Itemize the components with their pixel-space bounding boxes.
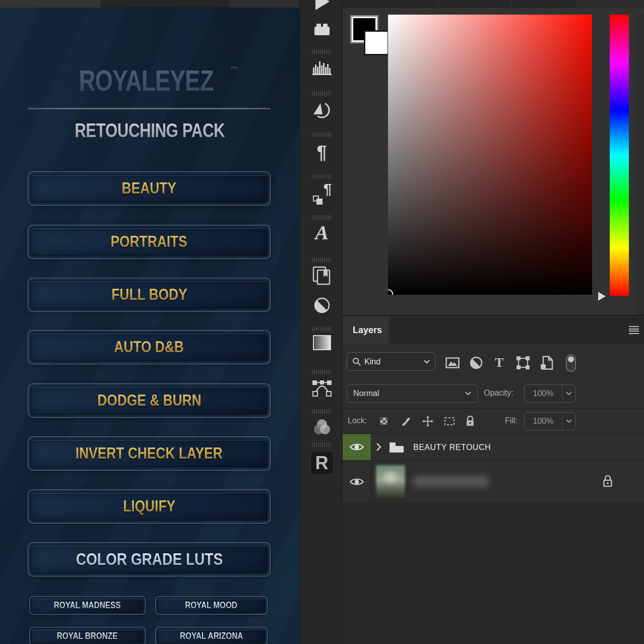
filter-shape-layers-icon[interactable]: [516, 350, 530, 375]
blend-mode-value: Normal: [353, 389, 379, 398]
chevron-down-icon: [566, 419, 572, 423]
liquify-button-label: LIQUIFY: [123, 497, 175, 516]
gradients-panel-icon[interactable]: [300, 335, 343, 351]
play-icon: [312, 0, 332, 10]
visibility-toggle[interactable]: [343, 434, 371, 460]
color-grade-luts-button-face: COLOR GRADE LUTS: [31, 545, 268, 573]
portraits-button-face: PORTRAITS: [31, 228, 268, 256]
gradients-icon: [312, 335, 332, 351]
layers-empty-area: [343, 503, 644, 644]
lock-pixels-icon[interactable]: [401, 409, 411, 433]
dock-gripper[interactable]: [312, 133, 331, 137]
layers-tab[interactable]: Layers: [343, 317, 389, 344]
saturation-brightness-field[interactable]: [388, 15, 592, 295]
dock-gripper[interactable]: [312, 442, 331, 447]
auto-db-button[interactable]: AUTO D&B: [28, 330, 271, 364]
history-panel-icon[interactable]: [300, 101, 343, 120]
pack-subtitle: RETOUCHING PACK: [0, 119, 300, 142]
portraits-button-label: PORTRAITS: [111, 233, 187, 251]
invert-check-layer-button-label: INVERT CHECK LAYER: [76, 444, 223, 463]
filter-adjustment-layers-icon[interactable]: [470, 350, 483, 375]
history-icon: [312, 101, 332, 120]
portraits-button[interactable]: PORTRAITS: [28, 225, 271, 259]
dock-gripper[interactable]: [312, 257, 331, 262]
filter-type-layers-icon[interactable]: T: [495, 350, 503, 375]
paragraph-styles-panel-icon[interactable]: ¶: [300, 182, 343, 205]
invert-check-layer-button[interactable]: INVERT CHECK LAYER: [28, 436, 271, 471]
dock-gripper[interactable]: [312, 91, 331, 96]
dock-gripper[interactable]: [312, 327, 331, 331]
dock-gripper[interactable]: [312, 174, 331, 178]
filter-pixel-layers-icon[interactable]: [445, 350, 460, 375]
royal-mood-face: ROYAL MOOD: [157, 598, 266, 613]
beauty-button[interactable]: BEAUTY: [28, 171, 271, 206]
glyphs-panel-icon[interactable]: A: [300, 223, 343, 243]
eye-icon: [350, 477, 364, 486]
color-grade-luts-label: COLOR GRADE LUTS: [76, 550, 222, 569]
royal-mood-button[interactable]: ROYAL MOOD: [155, 596, 268, 615]
layer-thumbnail[interactable]: [375, 465, 406, 499]
layer-row-beauty-retouch[interactable]: BEAUTY RETOUCH: [343, 434, 644, 461]
fill-input[interactable]: 100%: [524, 412, 575, 430]
liquify-button[interactable]: LIQUIFY: [28, 489, 271, 524]
full-body-button[interactable]: FULL BODY: [28, 278, 271, 312]
left-panel-tab-2[interactable]: [229, 0, 300, 8]
royal-madness-button[interactable]: ROYAL MADNESS: [29, 596, 146, 615]
chevron-down-icon: [465, 392, 471, 396]
layer-row-background[interactable]: [343, 461, 644, 503]
royal-bronze-face: ROYAL BRONZE: [31, 629, 144, 643]
beauty-button-face: BEAUTY: [31, 174, 268, 203]
dock-gripper[interactable]: [312, 370, 331, 374]
royal-arizona-button[interactable]: ROYAL ARIZONA: [155, 627, 268, 644]
lock-transparency-icon[interactable]: [380, 409, 388, 433]
lock-artboard-icon[interactable]: [443, 409, 456, 433]
filter-toggle[interactable]: [566, 350, 576, 375]
background-color-swatch[interactable]: [364, 30, 389, 55]
royal-arizona-face: ROYAL ARIZONA: [157, 629, 266, 643]
folder-icon: [389, 442, 404, 453]
fill-dropdown-button[interactable]: [562, 413, 575, 430]
opacity-label: Opacity:: [484, 389, 513, 398]
paths-icon: [311, 378, 333, 397]
brand-logo: ROYALEYEZ™: [0, 64, 300, 97]
blend-mode-dropdown[interactable]: Normal: [347, 384, 478, 403]
opacity-value: 100%: [525, 389, 562, 398]
histogram-panel-icon[interactable]: [300, 59, 343, 76]
lock-all-icon[interactable]: [466, 409, 475, 433]
royal-bronze-button[interactable]: ROYAL BRONZE: [29, 627, 146, 644]
tabstrip-light-segment: [576, 0, 644, 8]
opacity-input[interactable]: 100%: [524, 384, 575, 403]
paragraph-panel-icon[interactable]: ¶: [300, 142, 343, 163]
royal-madness-face: ROYAL MADNESS: [31, 598, 144, 613]
dock-gripper[interactable]: [312, 49, 331, 54]
color-grade-luts-button[interactable]: COLOR GRADE LUTS: [28, 542, 271, 576]
full-body-button-face: FULL BODY: [31, 281, 268, 309]
actions-panel-icon[interactable]: [300, 0, 343, 10]
lock-position-icon[interactable]: [422, 409, 433, 433]
group-expand-chevron[interactable]: [376, 442, 381, 452]
adjustments-icon: [313, 296, 331, 314]
panel-menu-icon[interactable]: [629, 326, 639, 334]
adjustments-panel-icon[interactable]: [300, 296, 343, 314]
dock-gripper[interactable]: [312, 409, 331, 414]
dock-gripper[interactable]: [312, 215, 331, 220]
chevron-down-icon: [566, 392, 572, 396]
brick-panel-icon[interactable]: [300, 22, 343, 36]
color-field-cursor[interactable]: [388, 289, 393, 295]
left-panel-tab[interactable]: [0, 0, 101, 8]
channels-panel-icon[interactable]: [300, 418, 343, 436]
hue-slider-arrow[interactable]: [598, 292, 606, 301]
hue-slider[interactable]: [610, 15, 629, 296]
layer-lock-icon: [603, 475, 613, 488]
paths-panel-icon[interactable]: [300, 378, 343, 397]
fill-value: 100%: [525, 417, 562, 426]
filter-kind-dropdown[interactable]: Kind: [347, 352, 435, 371]
filter-smart-objects-icon[interactable]: [540, 350, 553, 375]
libraries-panel-icon[interactable]: [300, 266, 343, 286]
opacity-dropdown-button[interactable]: [562, 385, 575, 402]
dodge-burn-button[interactable]: DODGE & BURN: [28, 383, 271, 418]
royaleyez-panel-dock-icon[interactable]: R: [300, 452, 343, 475]
layer-name[interactable]: BEAUTY RETOUCH: [413, 434, 491, 461]
visibility-toggle[interactable]: [343, 461, 371, 502]
glyphs-icon: A: [315, 223, 329, 243]
